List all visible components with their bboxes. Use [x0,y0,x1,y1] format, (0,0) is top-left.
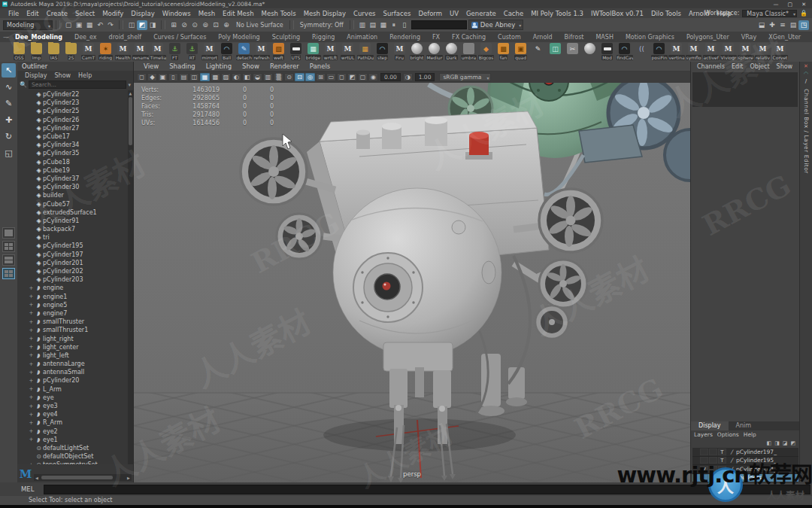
menu-set-dropdown[interactable]: Modeling [3,20,53,30]
menu-item[interactable]: Mesh [195,10,219,17]
shelf-button[interactable]: ◠ posiFin [650,42,668,60]
layer-editor-icon[interactable]: ◪ [783,440,788,446]
status-divider[interactable] [119,20,123,29]
channel-box-menu-item[interactable]: Edit [729,63,747,70]
shelf-button[interactable]: ▣ quad [512,42,529,60]
status-file-icon[interactable]: ▢ [63,20,74,30]
shelf-tab[interactable]: Polygons_Uter [680,34,735,41]
shelf-button[interactable]: ◫ [547,42,564,55]
outliner-item[interactable]: + ◗ engine [17,284,128,292]
toolbox-tool[interactable]: ∿ [2,80,16,94]
outliner-item[interactable]: + ◗ light_center [17,343,128,351]
menu-item[interactable]: IWToolBox v0.71 [587,10,647,17]
snap-icon[interactable]: ⊞ [168,20,179,30]
sidebar-toggle-icon[interactable]: ≡ [777,20,788,30]
outliner-item[interactable]: + ◗ smallThruster [17,318,128,326]
layer-editor-menu-item[interactable]: Options [717,430,739,439]
viewport-menu-item[interactable]: Renderer [265,62,304,70]
layer-editor-menu-item[interactable]: Help [744,430,756,439]
shelf-button[interactable]: OSS [11,42,28,60]
command-line-language-label[interactable]: MEL [0,485,44,493]
outliner-item[interactable]: ⊙ defaultLightSet [17,444,128,452]
menu-item[interactable]: Cache [500,10,527,17]
shelf-button[interactable]: M symflo [685,42,702,60]
shelf-tab[interactable]: Custom [492,34,527,41]
shelf-button[interactable]: M rename [132,42,149,60]
shelf-button[interactable]: ◠ Ball [218,42,235,60]
layer-playback-cell[interactable] [709,466,717,473]
menu-item[interactable]: Curves [350,10,380,17]
shelf-tab[interactable]: Rendering [383,34,426,41]
outliner-item[interactable]: ⊙ defaultObjectSet [17,452,128,461]
shelf-button[interactable]: ✎ detach [235,42,253,60]
shelf-button[interactable]: ✶ riding [97,42,114,60]
shelf-button[interactable]: ⚓ RT [183,42,201,60]
shelf-button[interactable]: (( [633,42,650,55]
menu-item[interactable]: UV [446,10,462,17]
shelf-button[interactable]: M vertina [668,42,685,60]
sidebar-toggle-icon[interactable]: ⬓ [756,20,767,30]
search-filter-dropdown-icon[interactable]: ▾ [128,82,131,88]
outliner-item[interactable]: + ◗ light_left [17,351,128,360]
layer-display-type-cell[interactable]: T [718,449,726,455]
shelf-tab[interactable]: Dee_Modeling [9,34,68,41]
sidebar-mini-icon[interactable]: ◠ [804,71,808,77]
viewport-toolbar-icon[interactable]: ◉ [368,73,378,81]
shelf-tab[interactable]: MASH [589,34,619,41]
viewport-toolbar-icon[interactable]: ◐ [232,73,241,81]
live-surface-label[interactable]: No Live Surface [233,22,286,29]
outliner-item[interactable]: ◈ pCylinder91 [17,217,128,225]
outliner-item[interactable]: ◈ pCylinder26 [17,116,128,124]
viewport-toolbar-icon[interactable]: ▥ [263,73,273,81]
layer-visibility-cell[interactable] [700,457,708,464]
outliner-item[interactable]: ◈ pCube17 [17,132,128,141]
outliner-item[interactable]: ◈ pCube57 [17,199,128,208]
shelf-button[interactable]: M mirrort [201,42,218,60]
outliner-item[interactable]: + ◗ eye4 [17,410,128,418]
status-file-icon[interactable]: ↷ [105,20,116,30]
layout-two-pane-button[interactable] [2,254,15,266]
shelf-button[interactable]: M relativ [754,42,771,60]
outliner-item[interactable]: ◈ pCylinder202 [17,267,128,275]
selection-mode-icon[interactable]: ◩ [137,20,147,30]
sidebar-toggle-icon[interactable]: ◳ [798,20,809,30]
shelf-tab[interactable]: Poly Modeling [212,34,265,41]
layer-row[interactable]: T ∕ pCylinder195_ [692,457,798,466]
viewport-toolbar-icon[interactable]: ▭ [326,73,336,81]
scroll-right-icon[interactable]: ▶ [126,476,132,480]
shelf-button[interactable]: M Timelia [149,42,166,60]
scrollbar-thumb[interactable] [41,476,113,479]
outliner-item[interactable]: + ◗ pCylinder20 [17,376,128,385]
shelf-button[interactable]: ▩ fan [495,42,512,60]
toolbox-tool[interactable]: ✚ [2,113,16,127]
sidebar-mini-icon[interactable]: ∕ [805,78,807,84]
shelf-button[interactable]: ✂ [564,42,581,55]
outliner-item[interactable]: + ◗ light_right [17,334,128,342]
shelf-button[interactable]: umbra [460,42,477,60]
outliner-item[interactable]: + ◗ L_Arm [17,385,128,394]
outliner-item[interactable]: ◈ pCylinder25 [17,107,128,115]
outliner-menu-item[interactable]: Show [52,72,74,79]
sidebar-toggle-icon[interactable]: ✚ [767,20,777,30]
layer-playback-cell[interactable] [709,449,717,455]
shelf-tab[interactable]: FX Caching [446,34,492,41]
channel-box-menu-item[interactable]: Show [774,63,796,70]
layer-editor-menu-item[interactable]: Layers [694,430,713,439]
shelf-tab[interactable]: Dee_ex [68,34,103,41]
quick-select-field[interactable] [411,20,467,29]
status-divider[interactable] [161,20,165,29]
shelf-button[interactable]: Imp [28,42,45,60]
outliner-item[interactable]: + ◗ eye3 [17,402,128,410]
outliner-vertical-scrollbar[interactable]: ▲ [128,90,133,464]
shelf-button[interactable]: M activef [702,42,720,60]
snap-icon[interactable]: ⊕ [221,20,232,30]
shelf-button[interactable]: M refresh [253,42,270,60]
viewport-menu-item[interactable]: Show [237,62,265,70]
layer-visibility-cell[interactable] [700,449,708,455]
outliner-item[interactable]: + ◗ antennaLarge [17,360,128,368]
viewport-toolbar-icon[interactable]: ◫ [189,73,199,81]
menu-item[interactable]: Display [127,10,158,17]
outliner-item[interactable]: ◈ pCylinder30 [17,183,128,191]
status-divider[interactable] [56,20,60,29]
viewport-toolbar-icon[interactable]: ▣ [158,73,168,81]
